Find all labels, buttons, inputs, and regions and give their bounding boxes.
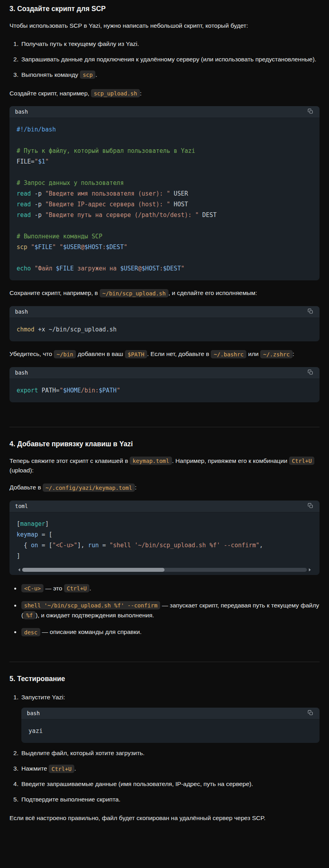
- list-item: Запрашивать данные для подключения к уда…: [20, 55, 320, 65]
- code-line: export PATH="$HOME/bin:$PATH": [17, 385, 312, 396]
- code-line: [17, 135, 312, 146]
- inline-code: shell '~/bin/scp_upload.sh %f' --confirm: [21, 601, 160, 609]
- section5-outro: Если всё настроено правильно, файл будет…: [9, 813, 320, 823]
- list-item: Введите запрашиваемые данные (имя пользо…: [20, 779, 320, 789]
- list-item: shell '~/bin/scp_upload.sh %f' --confirm…: [21, 601, 320, 621]
- inline-code: %f: [23, 611, 36, 619]
- list-item: Нажмите Ctrl+U.: [20, 764, 320, 774]
- code-line: # Выполнение команды SCP: [17, 231, 312, 242]
- code-line: # Запрос данных у пользователя: [17, 178, 312, 188]
- section3-steps-list: Получать путь к текущему файлу из Yazi.З…: [9, 39, 320, 80]
- section-divider: [9, 662, 320, 662]
- copy-code-button[interactable]: [307, 709, 314, 718]
- code-block-script: bash #!/bin/bash # Путь к файлу, который…: [9, 106, 320, 280]
- section3-heading: 3. Создайте скрипт для SCP: [9, 4, 320, 14]
- code-block-header: toml: [9, 501, 320, 512]
- scroll-left-arrow-icon[interactable]: [17, 568, 20, 571]
- path-check-paragraph: Убедитесь, что ~/bin добавлен в ваш $PAT…: [9, 349, 320, 359]
- code-block-keymap-toml: toml [manager]keymap = [ { on = ["<C-u>"…: [9, 501, 320, 575]
- inline-code: Ctrl+U: [289, 457, 315, 465]
- copy-code-button[interactable]: [307, 369, 314, 377]
- code-line: keymap = [: [17, 529, 312, 540]
- step-text: Нажмите Ctrl+U.: [21, 765, 76, 772]
- copy-code-button[interactable]: [307, 308, 314, 316]
- code-block-export-path: bash export PATH="$HOME/bin:$PATH": [9, 367, 320, 402]
- scrollbar-thumb[interactable]: [22, 568, 164, 572]
- copy-icon: [308, 503, 313, 510]
- copy-code-button[interactable]: [307, 108, 314, 116]
- inline-code: scp: [80, 70, 95, 79]
- list-item: <C-u> — это Ctrl+U.: [21, 584, 320, 594]
- code-line: #!/bin/bash: [17, 124, 312, 135]
- code-line: { on = ["<C-u>"], run = "shell '~/bin/sc…: [17, 540, 312, 551]
- section4-heading: 4. Добавьте привязку клавиш в Yazi: [9, 439, 320, 449]
- code-block-chmod: bash chmod +x ~/bin/scp_upload.sh: [9, 306, 320, 341]
- inline-code: ~/.config/yazi/keymap.toml: [43, 483, 135, 492]
- code-line: [17, 167, 312, 178]
- code-line: [17, 221, 312, 231]
- inline-code: ~/.zshrc: [260, 350, 292, 358]
- code-line: read -p "Введите путь на сервере (/path/…: [17, 210, 312, 221]
- code-block-body: export PATH="$HOME/bin:$PATH": [9, 379, 320, 402]
- code-line: echo "Файл $FILE загружен на $USER@$HOST…: [17, 263, 312, 274]
- code-block-header: bash: [9, 367, 320, 379]
- step-text: Введите запрашиваемые данные (имя пользо…: [21, 780, 253, 787]
- code-block-body: yazi: [21, 720, 320, 743]
- list-item: desc — описание команды для справки.: [21, 627, 320, 637]
- keymap-add-paragraph: Добавьте в ~/.config/yazi/keymap.toml:: [9, 483, 320, 493]
- scroll-right-arrow-icon[interactable]: [309, 568, 312, 571]
- list-item: Получать путь к текущему файлу из Yazi.: [20, 39, 320, 49]
- code-block-header: bash: [9, 106, 320, 118]
- copy-code-button[interactable]: [307, 502, 314, 510]
- inline-code: Ctrl+U: [64, 584, 90, 592]
- copy-icon: [308, 108, 313, 115]
- code-line: [17, 253, 312, 263]
- section5-steps-list: Запустите Yazi: bash yazi Выделите файл,…: [9, 693, 320, 805]
- list-item: Запустите Yazi: bash yazi: [20, 693, 320, 743]
- section3-intro: Чтобы использовать SCP в Yazi, нужно нап…: [9, 21, 320, 31]
- code-line: ]: [17, 551, 312, 562]
- step-text: Запустите Yazi:: [21, 694, 65, 700]
- inline-code: $PATH: [125, 350, 147, 358]
- copy-icon: [308, 308, 313, 315]
- code-language-label: bash: [27, 709, 40, 718]
- horizontal-scrollbar[interactable]: [17, 568, 312, 572]
- code-language-label: bash: [15, 369, 28, 377]
- code-language-label: bash: [15, 108, 28, 116]
- code-block-header: bash: [9, 306, 320, 318]
- section-divider: [9, 427, 320, 427]
- code-line: [manager]: [17, 519, 312, 529]
- code-block-body: [manager]keymap = [ { on = ["<C-u>"], ru…: [9, 512, 320, 563]
- create-script-paragraph: Создайте скрипт, например, scp_upload.sh…: [9, 89, 320, 99]
- assistant-message: 3. Создайте скрипт для SCP Чтобы использ…: [9, 4, 320, 823]
- section4-intro: Теперь свяжите этот скрипт с клавишей в …: [9, 456, 320, 476]
- code-line: # Путь к файлу, который выбрал пользоват…: [17, 146, 312, 156]
- list-item: Подтвердите выполнение скрипта.: [20, 795, 320, 805]
- inline-code: <C-u>: [21, 584, 43, 592]
- scrollbar-track[interactable]: [22, 568, 307, 572]
- code-block-body: chmod +x ~/bin/scp_upload.sh: [9, 318, 320, 341]
- code-block-body: #!/bin/bash # Путь к файлу, который выбр…: [9, 118, 320, 280]
- code-block-header: bash: [21, 708, 320, 720]
- code-language-label: toml: [15, 502, 28, 511]
- copy-icon: [308, 369, 313, 376]
- inline-code: Ctrl+U: [49, 765, 74, 773]
- inline-code: scp_upload.sh: [91, 89, 140, 97]
- code-line: read -p "Введите IP-адрес сервера (host)…: [17, 199, 312, 210]
- inline-code: ~/.bashrc: [211, 350, 246, 358]
- inline-code: keymap.toml: [130, 457, 172, 465]
- code-line: FILE="$1": [17, 156, 312, 167]
- code-line: read -p "Введите имя пользователя (user)…: [17, 188, 312, 199]
- inline-code: ~/bin: [54, 350, 76, 358]
- code-line: yazi: [28, 726, 312, 737]
- keymap-notes-list: <C-u> — это Ctrl+U.shell '~/bin/scp_uplo…: [9, 584, 320, 637]
- step-text: Подтвердите выполнение скрипта.: [21, 796, 121, 803]
- inline-code: ~/bin/scp_upload.sh: [100, 289, 168, 297]
- save-script-paragraph: Сохраните скрипт, например, в ~/bin/scp_…: [9, 288, 320, 298]
- code-line: scp "$FILE" "$USER@$HOST:$DEST": [17, 242, 312, 253]
- list-item: Выполнять команду scp.: [20, 70, 320, 80]
- code-block-yazi: bash yazi: [21, 708, 320, 743]
- list-item: Выделите файл, который хотите загрузить.: [20, 748, 320, 758]
- code-language-label: bash: [15, 308, 28, 316]
- code-line: chmod +x ~/bin/scp_upload.sh: [17, 324, 312, 335]
